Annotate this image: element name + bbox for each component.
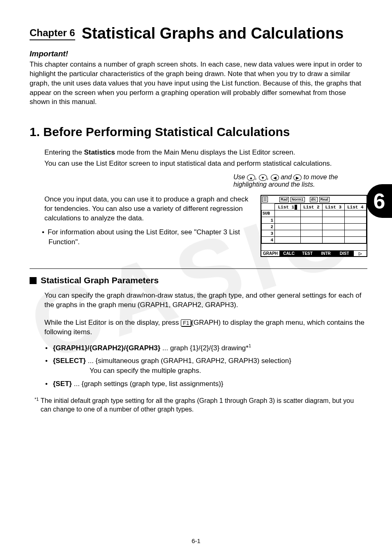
text: and — [279, 173, 294, 180]
important-heading: Important! — [30, 49, 367, 58]
footnote-ref: 1 — [249, 343, 251, 348]
chapter-heading: Chapter 6 Statistical Graphs and Calcula… — [30, 25, 367, 43]
softkey-dist: DIST — [335, 251, 354, 256]
row-num: 4 — [262, 237, 275, 243]
item-label: {SELECT} — [53, 357, 86, 365]
up-key-icon: ▲ — [247, 174, 255, 181]
menu-item-select: {SELECT} ... {simultaneous graph (GRAPH1… — [52, 356, 367, 376]
col-header: List 2 — [300, 204, 322, 210]
text: mode from the Main Menu displays the Lis… — [115, 148, 295, 156]
text: , — [255, 173, 259, 180]
col-header: List 4 — [344, 204, 366, 210]
section-2-p1: You can specify the graph draw/non-draw … — [44, 291, 367, 310]
right-key-icon: ▶ — [293, 174, 302, 181]
col-header: List 3 — [323, 204, 344, 210]
menu-item-graph: {GRAPH1}/{GRAPH2}/{GRAPH3} ... graph {1}… — [52, 343, 367, 353]
chapter-title: Statistical Graphs and Calculations — [82, 25, 344, 43]
chapter-side-tab: 6 — [367, 184, 392, 218]
item-desc: ... {simultaneous graph (GRAPH1, GRAPH2,… — [86, 357, 291, 365]
footnote-text: The initial default graph type setting f… — [41, 396, 365, 414]
mode-name: Statistics — [84, 148, 115, 156]
chapter-label: Chapter 6 — [30, 27, 75, 40]
text: Use — [233, 173, 247, 180]
softkey-graph: GRAPH — [261, 251, 280, 256]
text: While the List Editor is on the display,… — [44, 319, 181, 326]
section-1-p3: Once you input data, you can use it to p… — [44, 195, 249, 223]
nav-hint: Use ▲, ▼, ◀ and ▶ to move the highlighti… — [233, 173, 367, 188]
heading-text: Statistical Graph Parameters — [41, 275, 159, 285]
softkey-bar: GRAPH CALC TEST INTR DIST ▷ — [261, 250, 367, 256]
page-number: 6-1 — [0, 537, 392, 544]
section-1-p1: Entering the Statistics mode from the Ma… — [44, 148, 367, 157]
calc-status-bar: Rad Norm1 d/c Real — [261, 196, 367, 204]
row-num: 3 — [262, 230, 275, 237]
item-desc: ... graph {1}/{2}/{3} drawing* — [160, 344, 249, 352]
down-key-icon: ▼ — [259, 174, 267, 181]
calc-entry-line — [261, 243, 367, 250]
f1-key-icon: F1 — [181, 319, 191, 326]
softkey-test: TEST — [298, 251, 317, 256]
status-badge: d/c — [310, 197, 318, 202]
text: , — [267, 173, 271, 180]
important-body: This chapter contains a number of graph … — [30, 60, 367, 107]
item-label: {SET} — [53, 380, 72, 388]
softkey-more-icon: ▷ — [354, 251, 367, 256]
text: Entering the — [44, 148, 84, 156]
list-editor-ref-bullet: For information about using the List Edi… — [48, 227, 249, 247]
col-header: List 1 — [275, 204, 301, 210]
section-2-p2: While the List Editor is on the display,… — [44, 318, 367, 337]
row-num: 2 — [262, 224, 275, 230]
divider — [30, 268, 367, 269]
item-subtext: You can specify the multiple graphs. — [90, 366, 367, 376]
footnote: *1 The initial default graph type settin… — [35, 396, 367, 414]
status-badge: Real — [319, 197, 330, 202]
calculator-screenshot: Rad Norm1 d/c Real List 1 List 2 List 3 … — [261, 195, 367, 257]
row-num: 1 — [262, 217, 275, 224]
status-badge: Norm1 — [291, 197, 305, 202]
left-key-icon: ◀ — [271, 174, 279, 181]
square-bullet-icon — [30, 277, 37, 284]
softkey-intr: INTR — [317, 251, 335, 256]
document-icon — [262, 197, 268, 202]
item-label: {GRAPH1}/{GRAPH2}/{GRAPH3} — [53, 344, 161, 352]
status-badge: Rad — [279, 197, 289, 202]
footnote-mark: *1 — [35, 397, 39, 402]
softkey-calc: CALC — [280, 251, 298, 256]
page: Chapter 6 Statistical Graphs and Calcula… — [0, 0, 392, 555]
sub-row-label: SUB — [262, 210, 275, 217]
section-1-heading: 1. Before Performing Statistical Calcula… — [30, 125, 367, 139]
menu-item-set: {SET} ... {graph settings (graph type, l… — [52, 379, 367, 389]
section-1-p2: You can use the List Editor screen to in… — [44, 159, 367, 169]
section-2-heading: Statistical Graph Parameters — [30, 275, 367, 285]
item-desc: ... {graph settings (graph type, list as… — [72, 380, 224, 388]
list-editor-grid: List 1 List 2 List 3 List 4 SUB 1 2 3 4 — [261, 204, 367, 243]
